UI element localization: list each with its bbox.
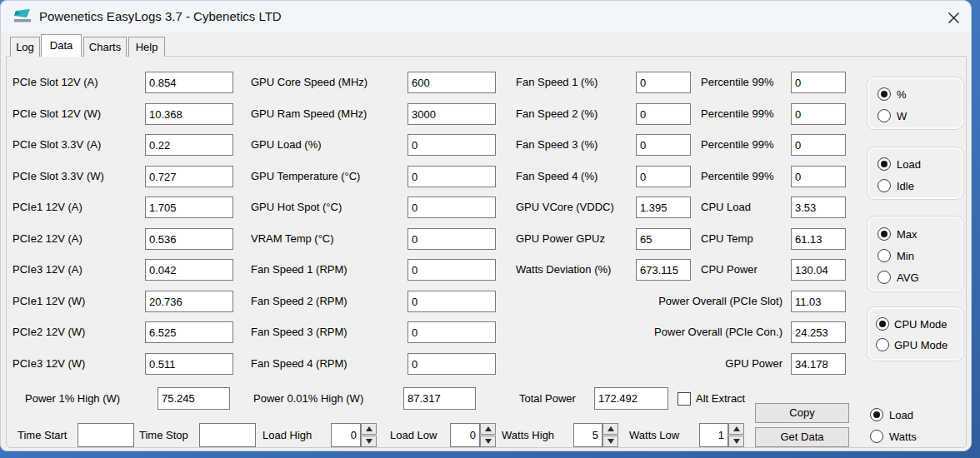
gpu-power-gpuz-field[interactable] (636, 228, 691, 250)
pcie1-12v-a-field[interactable] (145, 197, 233, 218)
power-overall-pcie-con-field[interactable] (791, 321, 846, 343)
percentile-99-3-field[interactable] (791, 134, 846, 156)
percentile-99-1-field[interactable] (791, 72, 846, 93)
fan-speed-1-pct-label: Fan Speed 1 (%) (516, 72, 598, 93)
watts-low-spin-down-button[interactable] (728, 436, 744, 447)
total-power-field[interactable] (594, 387, 668, 410)
gpu-core-speed-field[interactable] (408, 72, 496, 93)
spin-down-icon (366, 439, 372, 444)
pcie-slot-12v-w-field[interactable] (145, 103, 233, 125)
cpu-load-field[interactable] (791, 197, 846, 218)
pcie3-12v-w-field[interactable] (145, 353, 233, 375)
load-low-spinner-input[interactable] (450, 423, 480, 447)
gpu-hot-spot-field[interactable] (408, 197, 496, 218)
close-button[interactable] (942, 7, 964, 28)
tab-log[interactable]: Log (10, 37, 40, 57)
gpu-ram-speed-label: GPU Ram Speed (MHz) (251, 103, 367, 125)
load-high-spin-down-button[interactable] (361, 436, 377, 447)
power-1pct-high-field[interactable] (158, 387, 230, 410)
watts-high-label: Watts High (502, 423, 554, 447)
radio-cpu-mode[interactable] (876, 317, 889, 331)
radio-percent[interactable] (878, 87, 891, 101)
alt-extract-checkbox[interactable] (678, 392, 691, 406)
watts-low-spin-up-button[interactable] (728, 423, 744, 435)
watts-high-spin-down-button[interactable] (602, 436, 618, 447)
radio-display-watts-label: Watts (889, 430, 917, 444)
gpu-power-label: GPU Power (501, 353, 782, 375)
percentile-99-4-field[interactable] (791, 166, 846, 187)
watts-deviation-field[interactable] (636, 259, 691, 281)
watts-deviation-label: Watts Deviation (%) (516, 259, 611, 281)
get-data-button[interactable]: Get Data (755, 427, 849, 447)
time-stop-label: Time Stop (139, 423, 188, 447)
pcie-slot-3v3-w-field[interactable] (145, 166, 233, 187)
vram-temp-field[interactable] (408, 228, 496, 250)
radio-display-watts[interactable] (870, 430, 883, 443)
cpu-temp-field[interactable] (791, 228, 846, 250)
total-power-label: Total Power (519, 387, 576, 410)
pcie2-12v-a-field[interactable] (145, 228, 233, 250)
pcie3-12v-a-field[interactable] (145, 259, 233, 281)
cpu-power-field[interactable] (791, 259, 846, 281)
fan-speed-3-pct-field[interactable] (636, 134, 691, 156)
radio-max[interactable] (878, 227, 891, 241)
vram-temp-label: VRAM Temp (°C) (251, 228, 334, 250)
tab-data[interactable]: Data (41, 34, 82, 57)
time-start-field[interactable] (78, 423, 134, 447)
fan-speed-3-rpm-field[interactable] (408, 321, 496, 343)
radio-w-label: W (897, 109, 907, 123)
spin-down-icon (485, 439, 492, 444)
pcie-slot-12v-a-field[interactable] (145, 72, 233, 93)
gpu-temperature-field[interactable] (408, 166, 496, 187)
load-low-spin-down-button[interactable] (480, 436, 496, 447)
tab-help[interactable]: Help (128, 37, 165, 57)
percentile-99-2-field[interactable] (791, 103, 846, 125)
tab-charts[interactable]: Charts (83, 37, 127, 57)
time-stop-field[interactable] (199, 423, 256, 447)
watts-high-spinner-input[interactable] (573, 423, 602, 447)
load-low-spin-up-button[interactable] (480, 423, 496, 435)
watts-low-spinner (728, 423, 744, 447)
fan-speed-2-rpm-field[interactable] (408, 291, 496, 312)
gpu-temperature-label: GPU Temperature (°C) (251, 166, 360, 187)
cpu-temp-label: CPU Temp (701, 228, 753, 250)
pcie3-12v-a-label: PCIe3 12V (A) (12, 259, 82, 281)
radio-idle-label: Idle (897, 179, 914, 193)
fan-speed-2-pct-field[interactable] (636, 103, 691, 125)
radio-w[interactable] (878, 109, 891, 122)
gpu-load-field[interactable] (408, 134, 496, 156)
load-high-spin-up-button[interactable] (361, 423, 377, 435)
fan-speed-2-pct-label: Fan Speed 2 (%) (516, 103, 598, 125)
radio-load[interactable] (878, 157, 891, 171)
pcie2-12v-w-field[interactable] (145, 321, 233, 343)
fan-speed-1-pct-field[interactable] (636, 72, 691, 93)
gpu-vcore-field[interactable] (636, 197, 691, 218)
radio-avg[interactable] (878, 271, 891, 284)
watts-low-spinner-input[interactable] (699, 423, 728, 447)
pcie-slot-3v3-a-field[interactable] (145, 134, 233, 156)
watts-high-spin-up-button[interactable] (602, 423, 618, 435)
gpu-ram-speed-field[interactable] (408, 103, 496, 125)
close-icon (948, 12, 960, 24)
percentile-99-1-label: Percentile 99% (701, 72, 773, 93)
watts-low-label: Watts Low (629, 423, 679, 447)
radio-display-load[interactable] (870, 408, 883, 421)
fan-speed-4-rpm-field[interactable] (408, 353, 496, 375)
radio-display-load-label: Load (889, 408, 913, 422)
spin-down-icon (608, 439, 614, 444)
radio-cpu-mode-label: CPU Mode (894, 317, 948, 331)
load-high-spinner-input[interactable] (331, 423, 361, 447)
gpu-power-field[interactable] (791, 353, 846, 375)
power-overall-pcie-slot-field[interactable] (791, 291, 846, 312)
spin-down-icon (733, 439, 740, 444)
fan-speed-4-pct-field[interactable] (636, 166, 691, 187)
copy-button[interactable]: Copy (755, 403, 849, 423)
radio-gpu-mode[interactable] (876, 338, 889, 351)
radio-idle[interactable] (878, 179, 891, 192)
radio-min[interactable] (878, 249, 891, 262)
radio-max-label: Max (897, 227, 918, 241)
fan-speed-1-rpm-field[interactable] (408, 259, 496, 281)
load-high-spinner (361, 423, 377, 447)
pcie1-12v-w-field[interactable] (145, 291, 233, 312)
power-001pct-high-field[interactable] (403, 387, 476, 410)
